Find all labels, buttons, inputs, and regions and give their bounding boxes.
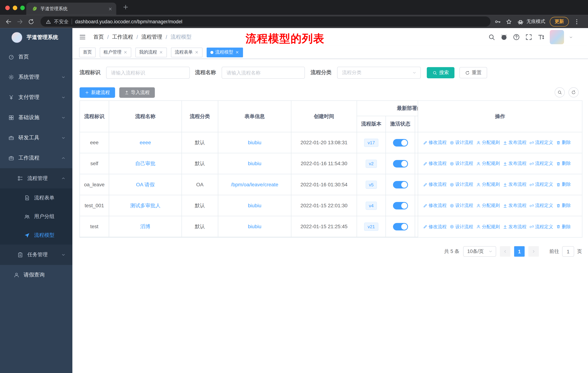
hamburger-menu-icon[interactable] <box>79 33 86 41</box>
sidebar-item-process-management[interactable]: 流程管理 <box>0 168 72 189</box>
tag-close-icon[interactable] <box>159 50 163 54</box>
tag-process-form[interactable]: 流程表单 <box>171 47 202 57</box>
reset-button[interactable]: 重置 <box>459 67 487 78</box>
page-size-select[interactable]: 10条/页 <box>463 246 496 257</box>
active-toggle[interactable] <box>393 202 408 209</box>
toggle-search-button[interactable] <box>555 87 565 97</box>
tag-tenant-management[interactable]: 租户管理 <box>100 47 131 57</box>
action-process-definition[interactable]: 流程定义 <box>529 161 553 167</box>
import-process-button[interactable]: 导入流程 <box>119 87 155 98</box>
action-assign-rule[interactable]: 分配规则 <box>476 161 500 167</box>
version-badge[interactable]: v5 <box>366 181 377 189</box>
action-process-definition[interactable]: 流程定义 <box>529 223 553 230</box>
model-name-link[interactable]: OA 请假 <box>136 181 155 188</box>
action-publish-process[interactable]: 发布流程 <box>503 181 526 188</box>
model-name-link[interactable]: eeee <box>140 140 151 145</box>
window-minimize-button[interactable] <box>13 6 17 10</box>
next-page-button[interactable] <box>528 246 539 257</box>
tag-process-model[interactable]: 流程模型 <box>207 47 243 57</box>
version-badge[interactable]: v17 <box>364 138 378 147</box>
action-edit-process[interactable]: 修改流程 <box>423 139 447 146</box>
form-info-link[interactable]: biubiu <box>248 203 261 208</box>
window-close-button[interactable] <box>5 6 10 10</box>
action-edit-process[interactable]: 修改流程 <box>423 181 447 188</box>
back-button[interactable] <box>3 18 14 25</box>
tag-home[interactable]: 首页 <box>79 47 96 57</box>
prev-page-button[interactable] <box>500 246 511 257</box>
font-size-icon[interactable] <box>537 33 545 41</box>
breadcrumb-workflow[interactable]: 工作流程 <box>112 34 133 40</box>
bookmark-star-icon[interactable] <box>505 18 512 25</box>
sidebar-item-process-form[interactable]: 流程表单 <box>0 189 72 207</box>
create-process-button[interactable]: 新建流程 <box>79 87 115 98</box>
action-process-definition[interactable]: 流程定义 <box>529 202 553 209</box>
model-name-link[interactable]: 测试多审批人 <box>130 202 161 209</box>
action-publish-process[interactable]: 发布流程 <box>503 139 526 146</box>
reload-button[interactable] <box>26 18 37 25</box>
action-design-process[interactable]: 设计流程 <box>450 181 473 188</box>
action-delete[interactable]: 删除 <box>556 181 571 188</box>
action-delete[interactable]: 删除 <box>556 161 571 167</box>
form-info-link[interactable]: biubiu <box>248 140 261 145</box>
action-edit-process[interactable]: 修改流程 <box>423 223 447 230</box>
sidebar-item-process-model[interactable]: 流程模型 <box>0 226 72 245</box>
active-toggle[interactable] <box>393 139 408 146</box>
action-edit-process[interactable]: 修改流程 <box>423 161 447 167</box>
action-edit-process[interactable]: 修改流程 <box>423 202 447 209</box>
sidebar-item-dev-tools[interactable]: 研发工具 <box>0 128 72 148</box>
tag-close-icon[interactable] <box>123 50 128 54</box>
action-publish-process[interactable]: 发布流程 <box>503 223 526 230</box>
new-tab-button[interactable] <box>122 4 129 10</box>
form-info-link[interactable]: biubiu <box>248 161 261 166</box>
github-icon[interactable] <box>500 33 508 41</box>
help-icon[interactable] <box>513 33 520 41</box>
sidebar-item-workflow[interactable]: 工作流程 <box>0 148 72 168</box>
action-assign-rule[interactable]: 分配规则 <box>476 202 500 209</box>
password-key-icon[interactable] <box>494 18 501 25</box>
action-delete[interactable]: 删除 <box>556 202 571 209</box>
search-icon[interactable] <box>488 33 495 41</box>
action-publish-process[interactable]: 发布流程 <box>503 161 526 167</box>
fullscreen-icon[interactable] <box>525 33 532 41</box>
action-delete[interactable]: 删除 <box>556 223 571 230</box>
active-toggle[interactable] <box>393 160 408 167</box>
search-button[interactable]: 搜索 <box>427 67 454 78</box>
version-badge[interactable]: v21 <box>364 222 378 231</box>
active-toggle[interactable] <box>393 223 408 230</box>
action-design-process[interactable]: 设计流程 <box>450 161 473 167</box>
action-design-process[interactable]: 设计流程 <box>450 223 473 230</box>
model-name-link[interactable]: 滔博 <box>140 223 150 230</box>
not-secure-warning-icon[interactable] <box>46 19 51 24</box>
tab-close-icon[interactable] <box>108 7 113 11</box>
sidebar-item-system[interactable]: 系统管理 <box>0 67 72 87</box>
refresh-table-button[interactable] <box>568 87 579 97</box>
action-assign-rule[interactable]: 分配规则 <box>476 139 500 146</box>
form-info-link[interactable]: /bpm/oa/leave/create <box>231 182 278 187</box>
sidebar-item-infrastructure[interactable]: 基础设施 <box>0 107 72 128</box>
sidebar-item-task-management[interactable]: 任务管理 <box>0 245 72 265</box>
action-assign-rule[interactable]: 分配规则 <box>476 223 500 230</box>
active-toggle[interactable] <box>393 181 408 188</box>
sidebar-logo[interactable]: 芋道管理系统 <box>0 28 72 47</box>
tag-my-process[interactable]: 我的流程 <box>136 47 167 57</box>
version-badge[interactable]: v2 <box>366 159 377 168</box>
model-name-link[interactable]: 自己审批 <box>135 160 156 167</box>
browser-tab[interactable]: 芋道管理系统 <box>26 2 116 15</box>
window-zoom-button[interactable] <box>20 6 25 10</box>
tag-close-icon[interactable] <box>235 50 239 54</box>
action-process-definition[interactable]: 流程定义 <box>529 181 553 188</box>
browser-update-button[interactable]: 更新 <box>550 17 569 26</box>
version-badge[interactable]: v4 <box>366 202 377 210</box>
breadcrumb-home[interactable]: 首页 <box>93 34 104 40</box>
sidebar-item-leave-query[interactable]: 请假查询 <box>0 265 72 285</box>
goto-page-input[interactable] <box>562 246 574 257</box>
user-avatar[interactable] <box>550 30 564 44</box>
action-process-definition[interactable]: 流程定义 <box>529 139 553 146</box>
browser-menu-icon[interactable] <box>573 18 580 25</box>
process-category-select[interactable]: 流程分类 <box>337 67 421 79</box>
breadcrumb-process-management[interactable]: 流程管理 <box>141 34 162 40</box>
action-publish-process[interactable]: 发布流程 <box>503 202 526 209</box>
action-assign-rule[interactable]: 分配规则 <box>476 181 500 188</box>
sidebar-item-payment[interactable]: 支付管理 <box>0 87 72 107</box>
process-id-input[interactable] <box>106 67 190 79</box>
